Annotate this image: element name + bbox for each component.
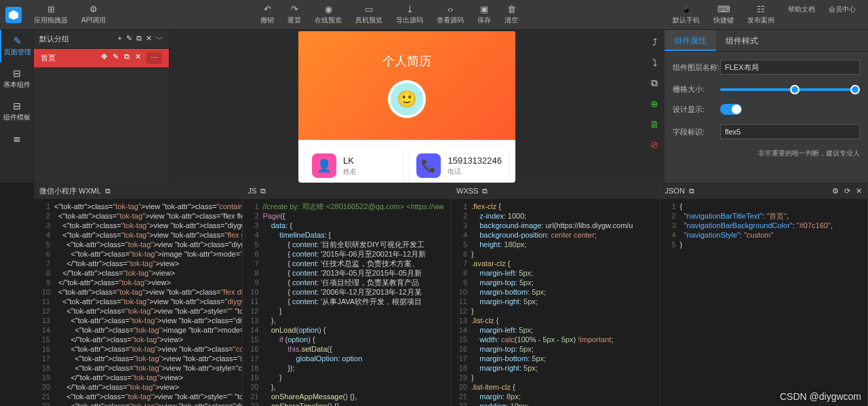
close-icon[interactable]: ✕ (146, 34, 152, 44)
upload-icon[interactable]: ⤴ (652, 37, 657, 48)
tool-member[interactable]: 会员中心 (822, 2, 863, 28)
puzzle-icon[interactable]: ⊕ (650, 98, 658, 109)
resume-title: 个人简历 (382, 53, 431, 69)
add-icon[interactable]: + (118, 34, 122, 44)
tool-redo[interactable]: ↷重置 (281, 2, 308, 28)
tool-device[interactable]: ▭真机预览 (349, 2, 389, 28)
chevron-down-icon[interactable]: ﹀ (156, 34, 163, 44)
nav-components[interactable]: ⊟基本组件 (0, 62, 33, 95)
leftnav: ✎页面管理 ⊟基本组件 ⊟组件模板 ≣ (0, 30, 34, 183)
toolbar-left: ⊞应用拖拽器 ⚙API调用 (27, 2, 113, 28)
tree-header: 默认分组 + ✎ ⧉ ✕ ﹀ (34, 30, 169, 49)
phone-icon: ▭ (365, 5, 373, 14)
props-panel: 组件属性 组件样式 组件图层名称: 栅格大小: 设计显示: 字段标识: 非常重要… (665, 30, 868, 183)
nav-templates[interactable]: ⊟组件模板 (0, 95, 33, 128)
close-icon[interactable]: ✕ (856, 187, 862, 196)
tree-page-label: 首页 (41, 53, 56, 63)
svg-marker-0 (9, 10, 18, 20)
right-sidebar: ⤴ ⤵ ⧉ ⊕ 🗎 ⊘ (644, 30, 665, 183)
edit-icon[interactable]: ✎ (126, 34, 132, 44)
code-icon: ‹› (448, 5, 454, 14)
tool-api[interactable]: ⚙API调用 (75, 2, 113, 28)
phone-preview: 个人简历 🙂 👤 LK姓名 📞 15913132246电话 (298, 31, 515, 183)
code-body[interactable]: 1//create by: 邓志锋 <280160522@qq.com> <ht… (243, 199, 451, 406)
file-icon[interactable]: 🗎 (650, 119, 659, 130)
card-phone[interactable]: 📞 15913132246电话 (410, 147, 509, 183)
phone-cards: 👤 LK姓名 📞 15913132246电话 (298, 140, 515, 183)
topbar: ⊞应用拖拽器 ⚙API调用 ↶撤销 ↷重置 ◉在线预览 ▭真机预览 ⤓导出源码 … (0, 0, 868, 30)
props-tabs: 组件属性 组件样式 (665, 30, 868, 52)
code-body[interactable]: 1{2 "navigationBarTitleText": "首页",3 "na… (660, 199, 868, 406)
tab-styles[interactable]: 组件样式 (716, 30, 768, 51)
code-wxml: 微信小程序 WXML⧉ 1<"tok-attr">class="tok-tag"… (34, 183, 243, 406)
tool-view-code[interactable]: ‹›查看源码 (430, 2, 471, 28)
export-icon: ⤓ (406, 5, 414, 14)
tool-shortcut[interactable]: ⌨快捷键 (707, 2, 741, 28)
trash-icon: 🗑 (507, 5, 516, 14)
delete-icon[interactable]: ✕ (135, 52, 141, 64)
copy-icon[interactable]: ⧉ (260, 187, 266, 196)
main: ✎页面管理 ⊟基本组件 ⊟组件模板 ≣ 默认分组 + ✎ ⧉ ✕ ﹀ 首页 ✥ … (0, 30, 868, 183)
tree-panel: 默认分组 + ✎ ⧉ ✕ ﹀ 首页 ✥ ✎ ⧉ ✕ ⋯ (34, 30, 170, 183)
copy-icon[interactable]: ⧉ (651, 77, 658, 89)
toolbar-center: ↶撤销 ↷重置 ◉在线预览 ▭真机预览 ⤓导出源码 ‹›查看源码 ▣保存 🗑清空 (254, 2, 525, 28)
avatar: 🙂 (388, 80, 426, 118)
nav-pages[interactable]: ✎页面管理 (0, 30, 33, 62)
avatar-icon: 🙂 (391, 83, 423, 115)
person-icon: 👤 (312, 153, 336, 178)
phone-icon: 📞 (416, 153, 441, 178)
logo (5, 7, 22, 23)
download-icon[interactable]: ⤵ (652, 57, 657, 68)
code-body[interactable]: 1.flex-clz {2 z-index: 1000;3 background… (451, 199, 659, 406)
fieldid-input[interactable] (720, 124, 860, 139)
pages-icon: ✎ (14, 35, 22, 46)
fieldid-label: 字段标识: (673, 127, 720, 137)
tool-preview[interactable]: ◉在线预览 (308, 2, 349, 28)
copy-icon[interactable]: ⧉ (689, 187, 694, 196)
eye-icon: ◉ (325, 5, 332, 14)
warn-icon[interactable]: ⊘ (650, 139, 658, 150)
tool-drag[interactable]: ⊞应用拖拽器 (27, 2, 75, 28)
phone-header: 个人简历 🙂 (298, 31, 515, 140)
keyboard-icon: ⌨ (717, 5, 730, 14)
grid-slider[interactable] (720, 88, 860, 91)
copy-icon[interactable]: ⧉ (136, 34, 142, 44)
toolbar-right: 📱默认手机 ⌨快捷键 ☷发布案例 帮助文档 会员中心 (666, 2, 863, 28)
prop-note: 非常重要的唯一判断，建议专业人 (673, 149, 860, 158)
tool-help[interactable]: 帮助文档 (781, 2, 822, 28)
display-label: 设计显示: (673, 105, 720, 115)
tab-props[interactable]: 组件属性 (665, 30, 716, 51)
copy-icon[interactable]: ⧉ (105, 187, 111, 196)
display-toggle[interactable] (720, 104, 742, 115)
code-body[interactable]: 1<"tok-attr">class="tok-tag">view "tok-a… (34, 199, 242, 406)
tree-group-name: 默认分组 (39, 34, 69, 44)
code-area: 微信小程序 WXML⧉ 1<"tok-attr">class="tok-tag"… (0, 183, 868, 406)
more-icon[interactable]: ⋯ (146, 52, 162, 64)
copy-icon[interactable]: ⧉ (124, 52, 130, 64)
code-json: JSON⧉⚙⟳✕ 1{2 "navigationBarTitleText": "… (660, 183, 869, 406)
templates-icon: ⊟ (13, 100, 21, 111)
layer-name-label: 组件图层名称: (673, 62, 720, 73)
edit-icon[interactable]: ✎ (113, 52, 119, 64)
tool-export[interactable]: ⤓导出源码 (389, 2, 430, 28)
tool-save[interactable]: ▣保存 (471, 2, 498, 28)
preview-area: 个人简历 🙂 👤 LK姓名 📞 15913132246电话 (170, 30, 644, 183)
tool-undo[interactable]: ↶撤销 (254, 2, 281, 28)
publish-icon: ☷ (757, 5, 765, 14)
save-icon: ▣ (480, 5, 488, 14)
copy-icon[interactable]: ⧉ (482, 187, 488, 196)
tool-publish[interactable]: ☷发布案例 (741, 2, 781, 28)
tree-page-item[interactable]: 首页 ✥ ✎ ⧉ ✕ ⋯ (34, 49, 169, 67)
settings-icon[interactable]: ⚙ (832, 187, 839, 196)
layer-name-input[interactable] (720, 60, 860, 75)
move-icon[interactable]: ✥ (101, 52, 107, 64)
grid-label: 栅格大小: (673, 84, 720, 94)
redo-icon: ↷ (291, 5, 298, 14)
components-icon: ⊟ (13, 68, 21, 79)
tool-default-phone[interactable]: 📱默认手机 (666, 2, 707, 28)
device-icon: 📱 (681, 5, 692, 14)
card-name[interactable]: 👤 LK姓名 (305, 147, 403, 183)
nav-data[interactable]: ≣ (0, 128, 33, 151)
refresh-icon[interactable]: ⟳ (844, 187, 850, 196)
tool-clear[interactable]: 🗑清空 (498, 2, 525, 28)
